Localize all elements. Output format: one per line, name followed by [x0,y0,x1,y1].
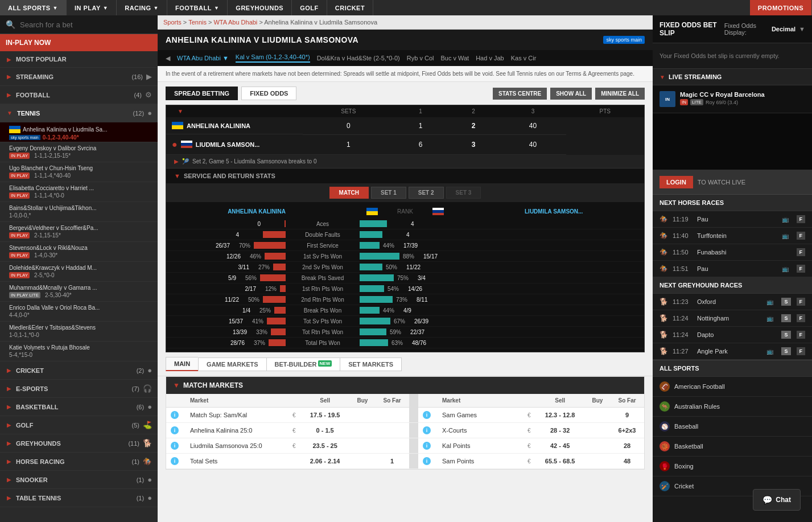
tab-current-match[interactable]: Kal v Sam (0-1,2-3,40-40*) [236,54,310,63]
greyhound-race-item[interactable]: 🐕 11:27 Angle Park 📺 S F [653,343,812,360]
stat-label: 2nd Sv Pts Won [286,264,360,270]
tab-match-6[interactable]: Kas v Cir [511,55,537,61]
nav-golf[interactable]: GOLF [292,0,327,15]
sidebar-item-football[interactable]: ▶ FOOTBALL (4) ⚙ [0,86,158,104]
chevron-left-icon[interactable]: ◀ [166,55,170,62]
fixed-btn[interactable]: F [797,331,806,339]
list-item[interactable]: Anhelina Kalinina v Liudmila Sa... sky s… [0,122,158,142]
tab-match-4[interactable]: Buc v Wat [440,55,469,61]
search-input[interactable] [20,20,152,29]
list-item[interactable]: Miedler&Erler v Tsitsipas&Stevens 1-0,1-… [0,322,158,342]
sidebar-item-most-popular[interactable]: ▶ MOST POPULAR [0,51,158,68]
list-item[interactable]: Bains&Stollar v Uchijima&Tikhon... 1-0,0… [0,202,158,222]
minimize-all-button[interactable]: MINIMIZE ALL [595,88,645,100]
greyhound-race-item[interactable]: 🐕 11:23 Oxford 📺 S F [653,294,812,310]
chevron-down-icon[interactable]: ▼ [799,26,805,32]
tab-match-2[interactable]: Dol&Kra v Had&Ste (2-5,*0-0) [317,55,400,61]
nav-football[interactable]: FOOTBALL ▼ [167,0,228,15]
sidebar-item-greyhounds[interactable]: ▶ GREYHOUNDS (11) 🐕 [0,434,158,453]
sidebar-item-table-tennis[interactable]: ▶ TABLE TENNIS (1) ● [0,489,158,507]
horse-race-item[interactable]: 🏇 11:19 Pau 📺 F [653,211,812,228]
info-icon[interactable]: i [171,442,179,450]
currency-icon: € [292,443,296,449]
fixed-btn[interactable]: F [797,298,806,306]
list-item[interactable]: Bergevi&Veldheer v Escoffier&Pa... IN PL… [0,222,158,242]
sidebar-item-basketball[interactable]: ▶ BASKETBALL (6) ● [0,398,158,416]
sport-list-item-australian-rules[interactable]: 🦘 Australian Rules [653,397,812,417]
sport-list-item-american-football[interactable]: 🏈 American Football [653,377,812,397]
info-icon[interactable]: i [423,457,431,465]
stat-left-num: 26/37 [207,242,230,249]
horse-race-item[interactable]: 🏇 11:51 Pau 📺 F [653,261,812,277]
tab-set2[interactable]: SET 2 [409,187,444,199]
fixed-odds-btn[interactable]: F [797,215,806,223]
tab-match[interactable]: MATCH [329,187,369,199]
nav-promotions[interactable]: PROMOTIONS [750,0,812,15]
list-item[interactable]: Dolehide&Krawczyk v Haddad M... IN PLAY … [0,262,158,282]
tab-match-3[interactable]: Ryb v Col [407,55,434,61]
tab-fixed-odds[interactable]: FIXED ODDS [241,87,296,100]
list-item[interactable]: Enrico Dalla Valle v Oriol Roca Ba... 4-… [0,302,158,322]
info-icon[interactable]: i [423,426,431,434]
fixed-odds-btn[interactable]: F [797,248,806,256]
list-item[interactable]: Katie Volynets v Rutuja Bhosale 5-4,*15-… [0,342,158,361]
list-item[interactable]: Muhammad&Mcnally v Gamarra ... IN PLAY L… [0,282,158,302]
fixed-odds-btn[interactable]: F [797,232,806,240]
stat-left-num: 12/26 [218,253,241,260]
info-icon[interactable]: i [171,411,179,419]
sidebar-item-esports[interactable]: ▶ E-SPORTS (7) 🎧 [0,380,158,398]
breadcrumb-wta[interactable]: WTA Abu Dhabi [213,19,257,26]
info-icon[interactable]: i [171,426,179,434]
sport-list-item-boxing[interactable]: 🥊 Boxing [653,457,812,476]
tab-spread-betting[interactable]: SPREAD BETTING [166,87,238,100]
nav-cricket[interactable]: CRICKET [327,0,373,15]
show-all-button[interactable]: SHOW ALL [550,88,592,100]
nav-in-play[interactable]: IN PLAY ▼ [67,0,117,15]
sport-list-item-basketball[interactable]: 🏀 Basketball [653,437,812,457]
tab-game-markets[interactable]: GAME MARKETS [198,357,266,371]
sidebar-item-snooker[interactable]: ▶ SNOOKER (1) ● [0,471,158,489]
horse-race-item[interactable]: 🏇 11:40 Turffontein 📺 F [653,228,812,244]
fixed-btn[interactable]: F [797,314,806,322]
tab-bet-builder[interactable]: BET-BUILDERNEW [266,357,340,371]
login-button[interactable]: LOGIN [660,176,693,188]
currency-icon: € [292,412,296,418]
stats-centre-button[interactable]: STATS CENTRE [493,88,547,100]
tournament-selector[interactable]: WTA Abu Dhabi ▼ [177,55,229,61]
tab-main-markets[interactable]: MAIN [166,357,198,371]
fixed-btn[interactable]: F [797,347,806,355]
spread-btn[interactable]: S [781,298,790,306]
info-icon[interactable]: i [423,442,431,450]
list-item[interactable]: Elisabetta Cocciaretto v Harriet ... IN … [0,182,158,202]
nav-racing[interactable]: RACING ▼ [117,0,167,15]
greyhound-race-item[interactable]: 🐕 11:24 Dapto S F [653,327,812,343]
nav-greyhounds[interactable]: GREYHOUNDS [228,0,292,15]
tab-set1[interactable]: SET 1 [371,187,406,199]
sidebar-item-horse-racing[interactable]: ▶ HORSE RACING (1) 🏇 [0,453,158,471]
spread-btn[interactable]: S [781,331,790,339]
greyhound-race-item[interactable]: 🐕 11:24 Nottingham 📺 S F [653,310,812,327]
breadcrumb-tennis[interactable]: Tennis [188,19,207,26]
list-item[interactable]: Ugo Blanchet v Chun-Hsin Tseng IN PLAY 1… [0,162,158,182]
horse-race-item[interactable]: 🏇 11:50 Funabashi F [653,244,812,261]
russia-flag-icon [181,141,192,148]
tab-set3[interactable]: SET 3 [446,187,481,199]
list-item[interactable]: Stevenson&Lock v Rikl&Nouza IN PLAY 1-4,… [0,242,158,262]
spread-btn[interactable]: S [781,314,790,322]
sidebar-item-streaming[interactable]: ▶ STREAMING (16) ▶ [0,68,158,86]
stat-left-pct: 56% [240,275,257,281]
fixed-odds-btn[interactable]: F [797,265,806,273]
spread-btn[interactable]: S [781,347,790,355]
sidebar-item-tennis[interactable]: ▼ TENNIS (12) ● [0,104,158,122]
nav-all-sports[interactable]: ALL SPORTS ▼ [0,0,67,15]
sidebar-item-cricket[interactable]: ▶ CRICKET (2) ● [0,361,158,380]
list-item[interactable]: Evgeny Donskoy v Dalibor Svrcina IN PLAY… [0,142,158,162]
chat-button[interactable]: 💬 Chat [753,489,801,511]
info-icon[interactable]: i [423,411,431,419]
info-icon[interactable]: i [171,457,179,465]
sport-list-item-baseball[interactable]: ⚾ Baseball [653,417,812,437]
tab-set-markets[interactable]: SET MARKETS [340,357,402,371]
tab-match-5[interactable]: Had v Jab [476,55,504,61]
sidebar-item-golf[interactable]: ▶ GOLF (5) ⛳ [0,416,158,434]
breadcrumb-sports[interactable]: Sports [163,19,182,26]
